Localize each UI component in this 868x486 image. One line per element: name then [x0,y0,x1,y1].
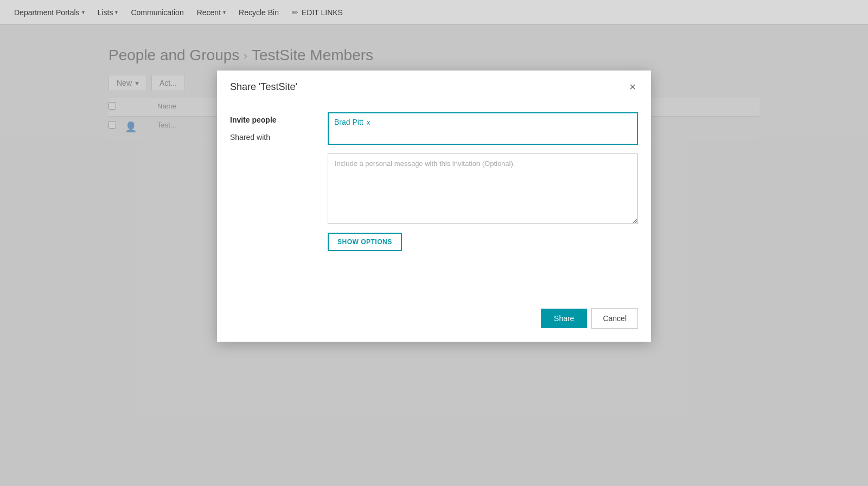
people-tag-name: Brad Pitt [334,118,363,126]
modal-body: Invite people Shared with Brad Pitt x SH… [217,101,651,299]
people-input-container[interactable]: Brad Pitt x [328,112,638,145]
show-options-button[interactable]: SHOW OPTIONS [328,233,402,251]
sidebar-invite-people[interactable]: Invite people [226,112,306,127]
modal-title: Share 'TestSite' [230,81,297,93]
sidebar-shared-with[interactable]: Shared with [226,130,306,145]
cancel-button[interactable]: Cancel [591,308,638,329]
modal-header: Share 'TestSite' × [217,71,651,101]
people-tag-remove[interactable]: x [367,118,371,126]
modal-footer: Share Cancel [217,299,651,342]
modal-sidebar: Invite people Shared with [217,101,315,299]
modal-right-content: Brad Pitt x SHOW OPTIONS [315,101,651,299]
people-tag-brad-pitt: Brad Pitt x [334,118,370,126]
modal-overlay: Share 'TestSite' × Invite people Shared … [0,0,868,486]
share-modal: Share 'TestSite' × Invite people Shared … [217,71,651,342]
share-button[interactable]: Share [541,309,587,328]
modal-close-button[interactable]: × [627,81,638,92]
message-textarea[interactable] [328,154,638,224]
